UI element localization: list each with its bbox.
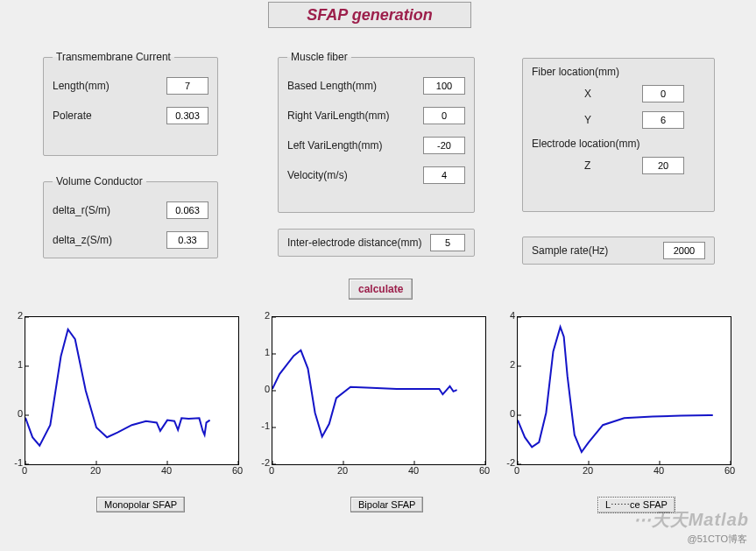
y-tick-label: 1 [9,359,23,370]
panel-inter-electrode: Inter-electrode distance(mm) [278,229,475,257]
x-tick-label: 0 [508,465,526,476]
y-tick-label: 0 [9,408,23,419]
x-tick-label: 20 [334,465,351,476]
velocity-input[interactable] [423,166,465,184]
x-tick-label: 0 [263,465,280,476]
panel-transmembrane-current: Transmembrane Current Length(mm) Polerat… [43,51,218,156]
calculate-button[interactable]: calculate [349,279,413,300]
electrode-location-header: Electrode location(mm) [532,138,705,150]
delta-z-input[interactable] [166,231,208,249]
y-tick-label: -1 [256,420,270,431]
panel-volume-conductor: Volume Conductor delta_r(S/m) delta_z(S/… [43,175,218,258]
y-tick-label: 4 [501,310,515,321]
delta-r-label: delta_r(S/m) [53,204,110,216]
velocity-label: Velocity(m/s) [287,169,348,181]
x-tick-label: 60 [476,465,493,476]
right-vari-input[interactable] [423,107,465,124]
title-banner: SFAP generation [268,2,471,28]
page-title: SFAP generation [307,6,432,24]
x-label: X [584,88,591,100]
panel-locations: Fiber location(mm) X Y Electrode locatio… [522,58,715,212]
x-input[interactable] [642,85,684,102]
bipolar-sfap-button[interactable]: Bipolar SFAP [350,497,423,512]
left-vari-label: Left VariLength(mm) [287,139,383,152]
y-tick-label: 1 [256,347,270,357]
z-input[interactable] [642,157,684,174]
panel-legend: Transmembrane Current [53,51,174,63]
inter-electrode-input[interactable] [430,234,465,251]
panel-legend: Volume Conductor [53,175,146,187]
y-tick-label: 2 [501,359,515,370]
x-tick-label: 20 [87,465,104,476]
delta-r-input[interactable] [166,201,208,219]
y-tick-label: 2 [9,310,23,321]
watermark: ⋯天天Matlab [633,508,749,532]
x-tick-label: 0 [16,465,33,476]
panel-sample-rate: Sample rate(Hz) [522,237,715,265]
x-tick-label: 60 [721,465,738,476]
inter-electrode-label: Inter-electrode distance(mm) [287,237,421,249]
y-tick-label: 2 [256,310,270,321]
based-length-input[interactable] [423,77,465,95]
y-tick-label: 0 [256,384,270,394]
sample-rate-input[interactable] [663,242,705,259]
watermark-sub: @51CTO博客 [688,533,747,546]
x-tick-label: 20 [579,465,597,476]
y-tick-label: 0 [501,408,515,419]
polerate-input[interactable] [166,107,208,124]
monopolar-sfap-button[interactable]: Monopolar SFAP [96,497,185,512]
y-label: Y [584,114,591,126]
x-tick-label: 40 [158,465,175,476]
x-tick-label: 40 [650,465,668,476]
panel-muscle-fiber: Muscle fiber Based Length(mm) Right Vari… [278,51,475,213]
polerate-label: Polerate [53,109,92,122]
panel-legend: Muscle fiber [287,51,351,63]
chart-bipolar [272,316,486,465]
length-label: Length(mm) [53,80,110,92]
length-input[interactable] [166,77,208,95]
delta-z-label: delta_z(S/m) [53,234,112,246]
y-input[interactable] [642,111,684,129]
fiber-location-header: Fiber location(mm) [532,66,705,78]
x-tick-label: 60 [229,465,246,476]
chart-laplace [517,316,731,465]
chart-monopolar [25,316,239,465]
left-vari-input[interactable] [423,137,465,154]
sample-rate-label: Sample rate(Hz) [532,244,608,257]
x-tick-label: 40 [405,465,422,476]
right-vari-label: Right VariLength(mm) [287,109,389,122]
based-length-label: Based Length(mm) [287,80,377,92]
z-label: Z [584,159,590,172]
